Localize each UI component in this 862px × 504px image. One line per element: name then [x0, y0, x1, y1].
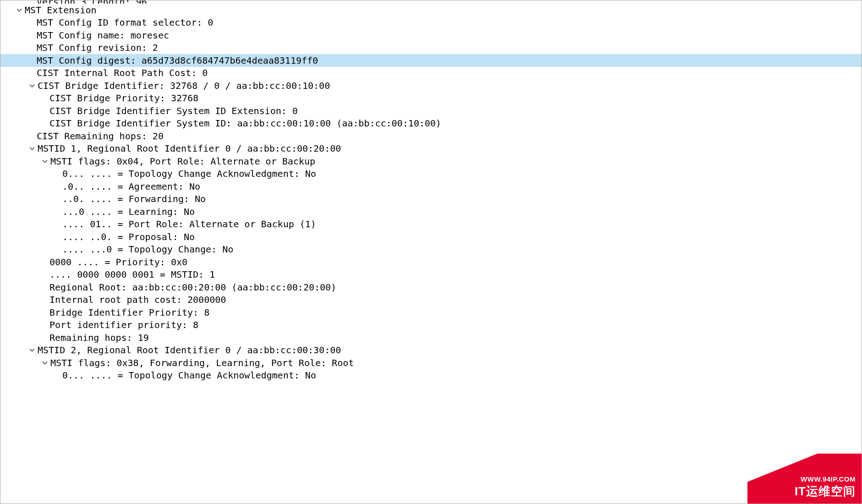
field-text: MSTID 2, Regional Root Identifier 0 / aa…	[38, 345, 341, 356]
tree-field[interactable]: MST Config revision: 2	[0, 42, 862, 55]
tree-node-mstid-1[interactable]: MSTID 1, Regional Root Identifier 0 / aa…	[0, 142, 862, 155]
field-text: Version 3 Length: 96	[37, 0, 147, 4]
field-text: .... 01.. = Port Role: Alternate or Back…	[62, 219, 316, 230]
chevron-down-icon[interactable]	[16, 7, 23, 13]
field-text: 0... .... = Topology Change Acknowledgme…	[62, 370, 316, 381]
field-text: .... ...0 = Topology Change: No	[62, 244, 233, 255]
chevron-down-icon[interactable]	[41, 360, 49, 366]
field-text: MSTID 1, Regional Root Identifier 0 / aa…	[38, 143, 341, 154]
field-text: CIST Bridge Identifier System ID Extensi…	[49, 105, 298, 116]
tree-field[interactable]: 0... .... = Topology Change Acknowledgme…	[0, 369, 862, 382]
field-text: .... 0000 0000 0001 = MSTID: 1	[49, 269, 215, 280]
watermark-badge: WWW.94IP.COM IT运维空间	[747, 454, 862, 504]
field-text: Remaining hops: 19	[49, 332, 149, 343]
field-text: 0... .... = Topology Change Acknowledgme…	[62, 168, 316, 179]
tree-field[interactable]: Regional Root: aa:bb:cc:00:20:00 (aa:bb:…	[0, 281, 862, 294]
field-text: CIST Bridge Priority: 32768	[49, 93, 198, 104]
field-text: MST Extension	[25, 5, 97, 16]
tree-field[interactable]: Remaining hops: 19	[0, 331, 862, 344]
tree-field[interactable]: Internal root path cost: 2000000	[0, 294, 862, 307]
tree-node-msti-flags-2[interactable]: MSTI flags: 0x38, Forwarding, Learning, …	[0, 356, 862, 369]
tree-field[interactable]: CIST Internal Root Path Cost: 0	[0, 67, 862, 80]
field-text: Regional Root: aa:bb:cc:00:20:00 (aa:bb:…	[49, 282, 336, 293]
tree-field[interactable]: MST Config ID format selector: 0	[0, 16, 862, 29]
field-text: MSTI flags: 0x38, Forwarding, Learning, …	[50, 357, 354, 368]
field-text: ..0. .... = Forwarding: No	[62, 193, 206, 204]
field-text: CIST Internal Root Path Cost: 0	[37, 67, 208, 78]
chevron-down-icon[interactable]	[28, 146, 36, 151]
field-text: Port identifier priority: 8	[49, 319, 198, 330]
chevron-down-icon[interactable]	[28, 83, 36, 88]
tree-field[interactable]: .... 0000 0000 0001 = MSTID: 1	[0, 268, 862, 281]
tree-node-mstid-2[interactable]: MSTID 2, Regional Root Identifier 0 / aa…	[0, 344, 862, 357]
field-text: 0000 .... = Priority: 0x0	[49, 257, 187, 268]
field-text: MST Config name: moresec	[37, 30, 169, 41]
field-text: Bridge Identifier Priority: 8	[49, 307, 209, 318]
tree-field[interactable]: ...0 .... = Learning: No	[0, 205, 862, 218]
field-text: .0.. .... = Agreement: No	[62, 181, 200, 192]
field-text: CIST Bridge Identifier System ID: aa:bb:…	[49, 118, 441, 129]
tree-field[interactable]: CIST Bridge Identifier System ID: aa:bb:…	[0, 117, 862, 130]
field-text: CIST Remaining hops: 20	[37, 131, 164, 142]
tree-field-selected[interactable]: MST Config digest: a65d73d8cf684747b6e4d…	[0, 54, 862, 67]
tree-field[interactable]: CIST Bridge Priority: 32768	[0, 92, 862, 105]
tree-field[interactable]: ..0. .... = Forwarding: No	[0, 193, 862, 206]
field-text: Internal root path cost: 2000000	[49, 294, 226, 305]
field-text: ...0 .... = Learning: No	[62, 206, 195, 217]
field-text: MST Config digest: a65d73d8cf684747b6e4d…	[37, 55, 318, 66]
tree-field[interactable]: .... ...0 = Topology Change: No	[0, 243, 862, 256]
tree-field[interactable]: Port identifier priority: 8	[0, 319, 862, 332]
tree-field[interactable]: Bridge Identifier Priority: 8	[0, 306, 862, 319]
tree-field[interactable]: .... 01.. = Port Role: Alternate or Back…	[0, 218, 862, 231]
tree-node-mst-extension[interactable]: MST Extension	[0, 4, 862, 16]
tree-field[interactable]: Version 3 Length: 96	[0, 0, 862, 4]
tree-field[interactable]: .0.. .... = Agreement: No	[0, 180, 862, 193]
tree-field[interactable]: MST Config name: moresec	[0, 29, 862, 42]
tree-field[interactable]: 0... .... = Topology Change Acknowledgme…	[0, 168, 862, 181]
field-text: .... ..0. = Proposal: No	[62, 231, 195, 242]
tree-node-msti-flags-1[interactable]: MSTI flags: 0x04, Port Role: Alternate o…	[0, 155, 862, 168]
tree-field[interactable]: CIST Bridge Identifier System ID Extensi…	[0, 104, 862, 117]
tree-field[interactable]: 0000 .... = Priority: 0x0	[0, 256, 862, 268]
packet-details-tree: Version 3 Length: 96 MST Extension MST C…	[0, 0, 862, 504]
chevron-down-icon[interactable]	[41, 159, 49, 164]
tree-node-cist-bridge-id[interactable]: CIST Bridge Identifier: 32768 / 0 / aa:b…	[0, 79, 862, 92]
field-text: MST Config ID format selector: 0	[37, 17, 213, 28]
field-text: MST Config revision: 2	[37, 42, 158, 53]
field-text: CIST Bridge Identifier: 32768 / 0 / aa:b…	[38, 80, 330, 91]
chevron-down-icon[interactable]	[28, 347, 36, 353]
watermark-brand: IT运维空间	[795, 483, 856, 499]
tree-field[interactable]: CIST Remaining hops: 20	[0, 130, 862, 142]
watermark-url: WWW.94IP.COM	[801, 475, 856, 483]
tree-field[interactable]: .... ..0. = Proposal: No	[0, 230, 862, 243]
field-text: MSTI flags: 0x04, Port Role: Alternate o…	[50, 156, 315, 167]
